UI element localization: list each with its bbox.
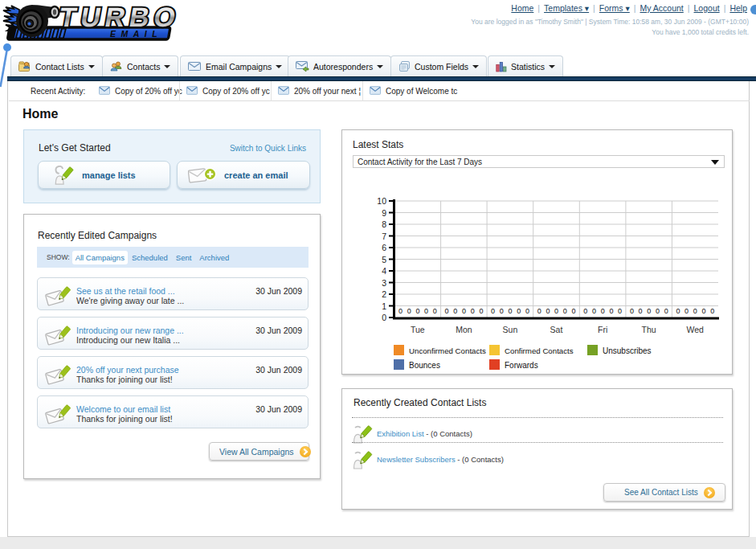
svg-text:0: 0 <box>471 307 475 315</box>
svg-text:8: 8 <box>382 219 386 229</box>
svg-text:0: 0 <box>453 307 457 315</box>
svg-text:0: 0 <box>710 307 714 315</box>
svg-text:Sat: Sat <box>550 325 563 334</box>
svg-text:4: 4 <box>382 266 386 276</box>
svg-text:5: 5 <box>382 255 386 264</box>
svg-text:0: 0 <box>407 307 411 315</box>
svg-text:0: 0 <box>424 307 428 315</box>
svg-text:0: 0 <box>546 307 550 315</box>
svg-text:0: 0 <box>571 307 575 315</box>
svg-text:0: 0 <box>554 307 558 315</box>
svg-text:0: 0 <box>592 307 596 315</box>
svg-text:Unconfirmed Contacts: Unconfirmed Contacts <box>409 346 486 355</box>
svg-text:0: 0 <box>609 307 613 315</box>
svg-text:0: 0 <box>479 307 483 315</box>
svg-text:Wed: Wed <box>686 325 704 334</box>
svg-text:0: 0 <box>508 307 512 315</box>
svg-text:6: 6 <box>382 243 386 252</box>
svg-text:Fri: Fri <box>598 325 607 334</box>
svg-text:0: 0 <box>701 307 705 315</box>
svg-text:0: 0 <box>618 307 622 315</box>
svg-text:0: 0 <box>433 307 437 315</box>
svg-text:10: 10 <box>377 196 386 206</box>
svg-text:7: 7 <box>382 231 386 241</box>
svg-text:0: 0 <box>445 307 449 315</box>
svg-text:0: 0 <box>639 307 643 315</box>
svg-text:0: 0 <box>462 307 466 315</box>
svg-text:0: 0 <box>500 307 504 315</box>
svg-text:0: 0 <box>398 307 403 315</box>
svg-text:0: 0 <box>537 307 541 315</box>
svg-text:Bounces: Bounces <box>409 361 440 370</box>
svg-text:0: 0 <box>583 307 587 315</box>
svg-text:9: 9 <box>382 208 386 218</box>
svg-text:0: 0 <box>664 307 668 315</box>
svg-text:Thu: Thu <box>642 325 656 334</box>
svg-text:1: 1 <box>382 301 386 311</box>
svg-text:0: 0 <box>517 307 521 315</box>
svg-text:0: 0 <box>656 307 660 315</box>
svg-text:0: 0 <box>415 307 419 315</box>
svg-text:0: 0 <box>382 313 386 322</box>
svg-text:0: 0 <box>647 307 651 315</box>
svg-text:Forwards: Forwards <box>505 361 538 370</box>
svg-text:3: 3 <box>382 278 386 288</box>
svg-text:Tue: Tue <box>411 325 425 334</box>
svg-text:0: 0 <box>525 307 529 315</box>
svg-text:0: 0 <box>684 307 689 315</box>
svg-text:Sun: Sun <box>503 325 518 334</box>
svg-text:Confirmed Contacts: Confirmed Contacts <box>505 346 574 355</box>
svg-text:0: 0 <box>676 307 680 315</box>
svg-text:0: 0 <box>491 307 495 315</box>
svg-text:2: 2 <box>382 289 386 299</box>
svg-text:Unsubscribes: Unsubscribes <box>603 346 652 355</box>
svg-text:0: 0 <box>601 307 605 315</box>
svg-text:0: 0 <box>693 307 697 315</box>
svg-text:0: 0 <box>630 307 634 315</box>
svg-text:Mon: Mon <box>456 325 472 334</box>
svg-text:0: 0 <box>563 307 567 315</box>
